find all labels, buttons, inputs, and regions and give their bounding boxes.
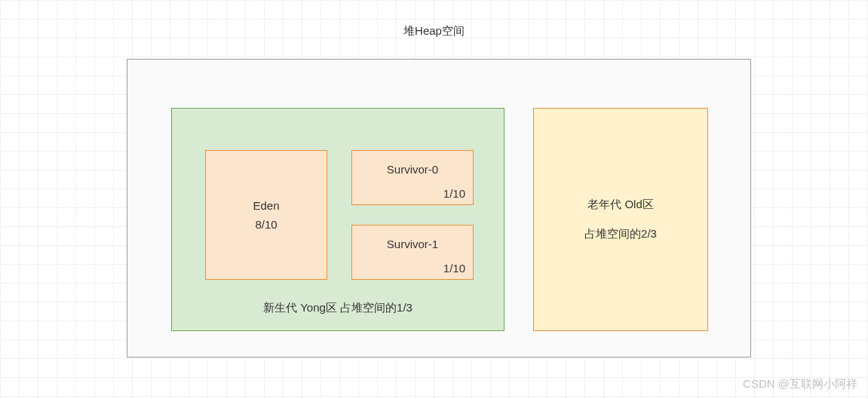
heap-container: Eden 8/10 Survivor-0 1/10 Survivor-1 1/1… — [127, 59, 751, 358]
watermark: CSDN @互联网小阿祥 — [743, 377, 857, 391]
old-generation-box: 老年代 Old区 占堆空间的2/3 — [533, 108, 708, 331]
survivor-1-ratio: 1/10 — [443, 262, 465, 275]
diagram-title: 堆Heap空间 — [0, 24, 868, 38]
survivor-1-label: Survivor-1 — [352, 238, 473, 250]
survivor-1-box: Survivor-1 1/10 — [351, 225, 474, 280]
survivor-0-box: Survivor-0 1/10 — [351, 150, 474, 205]
young-gen-caption: 新生代 Yong区 占堆空间的1/3 — [172, 301, 504, 315]
young-generation-box: Eden 8/10 Survivor-0 1/10 Survivor-1 1/1… — [171, 108, 505, 331]
eden-ratio: 8/10 — [255, 218, 277, 231]
eden-box: Eden 8/10 — [205, 150, 327, 280]
old-gen-ratio: 占堆空间的2/3 — [584, 227, 657, 241]
old-gen-label: 老年代 Old区 — [587, 198, 654, 212]
eden-label: Eden — [253, 199, 279, 212]
survivor-0-ratio: 1/10 — [443, 187, 465, 200]
survivor-0-label: Survivor-0 — [352, 163, 473, 176]
